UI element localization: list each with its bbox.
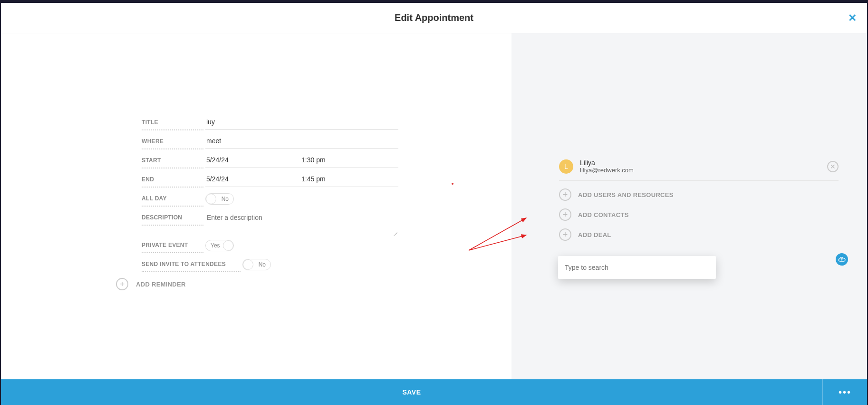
where-input[interactable] <box>205 133 398 149</box>
where-row: WHERE <box>142 133 398 149</box>
add-users-label: ADD USERS AND RESOURCES <box>578 191 674 198</box>
end-label: END <box>142 171 203 188</box>
modal-footer: SAVE ••• <box>1 379 867 405</box>
attendees-panel: L Liliya liliya@redwerk.com ✕ + ADD USER… <box>511 33 867 379</box>
add-reminder-label: ADD REMINDER <box>136 281 186 288</box>
allday-row: ALL DAY No <box>142 190 398 207</box>
modal-header: Edit Appointment ✕ <box>1 3 867 33</box>
cloud-upload-icon <box>838 256 846 263</box>
plus-icon: + <box>116 278 128 290</box>
start-row: START <box>142 152 398 168</box>
private-row: PRIVATE EVENT Yes <box>142 237 398 253</box>
description-row: DESCRIPTION <box>142 209 398 234</box>
add-contacts-button[interactable]: + ADD CONTACTS <box>559 208 848 221</box>
title-row: TITLE <box>142 114 398 130</box>
start-label: START <box>142 152 203 168</box>
allday-toggle[interactable]: No <box>205 193 234 205</box>
sendinvite-toggle[interactable]: No <box>242 259 271 270</box>
add-deal-label: ADD DEAL <box>578 231 611 238</box>
more-button[interactable]: ••• <box>822 379 867 405</box>
add-contacts-label: ADD CONTACTS <box>578 211 629 218</box>
add-users-button[interactable]: + ADD USERS AND RESOURCES <box>559 188 848 201</box>
attendee-avatar: L <box>559 159 573 174</box>
modal-title: Edit Appointment <box>395 12 473 23</box>
sendinvite-row: SEND INVITE TO ATTENDEES No <box>142 256 398 272</box>
end-row: END <box>142 171 398 188</box>
add-reminder-row[interactable]: + ADD REMINDER <box>116 278 398 290</box>
save-button[interactable]: SAVE <box>1 379 822 405</box>
private-toggle[interactable]: Yes <box>205 240 234 251</box>
where-label: WHERE <box>142 133 203 149</box>
start-time-input[interactable] <box>300 152 398 168</box>
end-time-input[interactable] <box>300 171 398 187</box>
description-label: DESCRIPTION <box>142 209 203 226</box>
start-date-input[interactable] <box>205 152 300 168</box>
private-label: PRIVATE EVENT <box>142 237 203 253</box>
plus-icon: + <box>559 188 571 201</box>
sendinvite-label: SEND INVITE TO ATTENDEES <box>142 256 241 272</box>
cloud-upload-button[interactable] <box>836 253 848 266</box>
modal-body: TITLE WHERE START <box>1 33 867 379</box>
allday-label: ALL DAY <box>142 190 203 207</box>
remove-attendee-button[interactable]: ✕ <box>827 161 839 172</box>
attendee-row: L Liliya liliya@redwerk.com ✕ <box>559 157 839 181</box>
attendee-info: Liliya liliya@redwerk.com <box>580 159 820 174</box>
appointment-form-panel: TITLE WHERE START <box>1 33 511 379</box>
search-popup <box>558 256 716 279</box>
appointment-form: TITLE WHERE START <box>142 114 398 290</box>
plus-icon: + <box>559 208 571 221</box>
description-input[interactable] <box>205 209 398 232</box>
close-button[interactable]: ✕ <box>848 12 857 24</box>
attendee-name: Liliya <box>580 159 820 167</box>
title-input[interactable] <box>205 114 398 130</box>
title-label: TITLE <box>142 114 203 130</box>
edit-appointment-modal: Edit Appointment ✕ TITLE WHERE <box>1 3 867 405</box>
plus-icon: + <box>559 228 571 241</box>
attendee-email: liliya@redwerk.com <box>580 167 820 174</box>
end-date-input[interactable] <box>205 171 300 187</box>
search-input[interactable] <box>558 259 716 276</box>
add-deal-button[interactable]: + ADD DEAL <box>559 228 848 241</box>
